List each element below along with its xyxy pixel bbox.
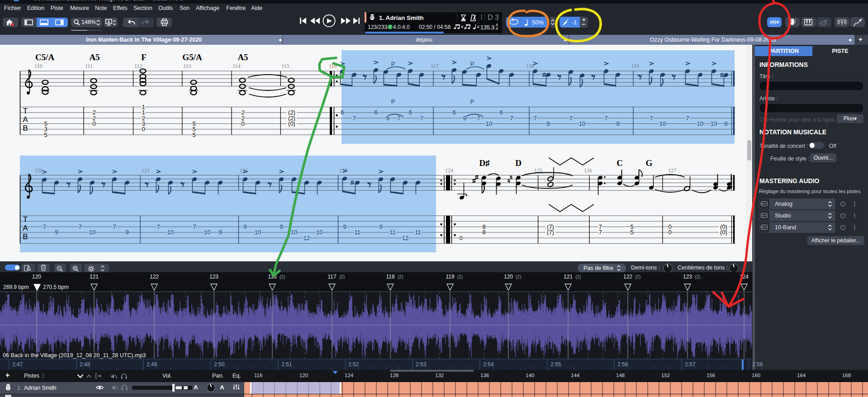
svg-text:B: B: [23, 232, 28, 241]
svg-text:6: 6: [452, 109, 455, 116]
svg-text:A5: A5: [237, 52, 248, 62]
svg-text:2:52: 2:52: [348, 361, 359, 368]
svg-text:7: 7: [397, 115, 400, 122]
svg-text:6: 6: [408, 109, 412, 116]
svg-text:0: 0: [92, 120, 95, 127]
svg-text:2:53: 2:53: [416, 361, 427, 368]
svg-text:114: 114: [232, 63, 241, 69]
svg-text:9: 9: [463, 115, 466, 122]
svg-text:135.3: 135.3: [480, 24, 494, 31]
svg-text:2:47: 2:47: [12, 361, 23, 368]
svg-text:(0): (0): [720, 229, 727, 236]
svg-text:A: A: [23, 115, 28, 124]
svg-text:D♯: D♯: [479, 158, 490, 168]
svg-text:7: 7: [650, 115, 653, 122]
svg-text:5: 5: [192, 132, 195, 138]
svg-text:121: 121: [142, 167, 150, 174]
svg-text:11: 11: [354, 229, 360, 236]
svg-text:10: 10: [204, 229, 210, 236]
svg-text:6: 6: [374, 109, 377, 116]
svg-text:9: 9: [55, 229, 58, 236]
svg-text:P: P: [391, 61, 395, 67]
svg-text:C5/A: C5/A: [35, 52, 55, 62]
svg-text:9: 9: [379, 223, 382, 230]
svg-text:P: P: [470, 61, 474, 67]
svg-text:8: 8: [724, 120, 727, 127]
svg-text:7: 7: [686, 115, 689, 122]
svg-text:9: 9: [280, 223, 283, 230]
svg-text:2:51: 2:51: [281, 361, 292, 368]
svg-text:(7): (7): [547, 229, 554, 236]
svg-text:7: 7: [113, 223, 116, 230]
svg-text:9: 9: [125, 229, 128, 236]
svg-text:2:48: 2:48: [80, 361, 90, 368]
svg-text:A: A: [23, 224, 28, 232]
svg-text:116: 116: [329, 63, 337, 69]
svg-text:2:54: 2:54: [483, 361, 494, 368]
svg-text:6: 6: [499, 109, 503, 116]
svg-text:7: 7: [569, 115, 572, 122]
svg-text:10: 10: [659, 120, 666, 127]
svg-text:T: T: [23, 107, 28, 115]
svg-text:7: 7: [78, 223, 81, 230]
svg-text:12: 12: [402, 235, 408, 241]
svg-text:0: 0: [459, 235, 462, 241]
svg-text:2:50: 2:50: [214, 361, 225, 368]
svg-text:2:58: 2:58: [752, 361, 763, 368]
svg-text:F: F: [141, 52, 147, 62]
svg-text:10: 10: [316, 229, 323, 236]
svg-text:7: 7: [477, 115, 480, 122]
svg-text:9: 9: [218, 229, 222, 236]
svg-text:110: 110: [34, 63, 43, 69]
svg-text:P: P: [391, 98, 395, 105]
svg-text:C: C: [617, 158, 623, 168]
svg-text:9: 9: [386, 115, 389, 122]
svg-text:12: 12: [304, 235, 310, 241]
svg-text:113: 113: [183, 63, 191, 69]
svg-text:7: 7: [352, 115, 356, 122]
svg-text:7: 7: [157, 223, 160, 230]
svg-text:7: 7: [604, 115, 607, 122]
svg-text:9: 9: [343, 223, 346, 230]
svg-text:118: 118: [526, 63, 534, 69]
svg-text:10: 10: [579, 120, 585, 127]
svg-text:2:57: 2:57: [685, 361, 696, 368]
svg-text:(0): (0): [288, 120, 295, 127]
svg-text:124: 124: [445, 167, 453, 174]
svg-text:T: T: [23, 215, 28, 224]
svg-text:8: 8: [482, 229, 485, 236]
svg-text:6: 6: [341, 109, 344, 116]
svg-text:7: 7: [533, 115, 536, 122]
svg-text:0: 0: [142, 126, 145, 132]
svg-text:2:56: 2:56: [617, 361, 628, 368]
svg-text:G5/A: G5/A: [182, 52, 202, 62]
svg-text:126: 126: [584, 167, 592, 174]
svg-text:11: 11: [389, 229, 396, 236]
svg-text:P: P: [470, 98, 474, 105]
svg-text:8: 8: [546, 120, 550, 127]
svg-text:9: 9: [243, 223, 247, 230]
svg-text:G: G: [646, 158, 653, 168]
svg-text:5: 5: [630, 229, 633, 236]
svg-text:10: 10: [697, 120, 703, 127]
svg-text:10: 10: [89, 229, 95, 236]
svg-text:2:55: 2:55: [550, 361, 561, 368]
svg-text:10: 10: [255, 229, 261, 236]
svg-text:7: 7: [43, 223, 46, 230]
svg-text:2:49: 2:49: [147, 361, 157, 368]
svg-text:115: 115: [281, 63, 289, 69]
svg-text:127: 127: [668, 167, 676, 174]
svg-text:10: 10: [486, 120, 492, 127]
svg-text:7: 7: [193, 223, 196, 230]
svg-text:0: 0: [668, 229, 671, 236]
svg-text:8: 8: [616, 120, 619, 127]
svg-text:119: 119: [631, 63, 639, 69]
svg-text:7: 7: [510, 115, 513, 122]
svg-text:10: 10: [291, 229, 297, 236]
svg-text:10: 10: [167, 229, 174, 236]
svg-text:117: 117: [431, 63, 439, 69]
svg-text:7: 7: [598, 229, 602, 236]
svg-text:5: 5: [44, 132, 47, 138]
svg-text:D: D: [515, 158, 522, 168]
svg-text:120: 120: [34, 167, 43, 174]
